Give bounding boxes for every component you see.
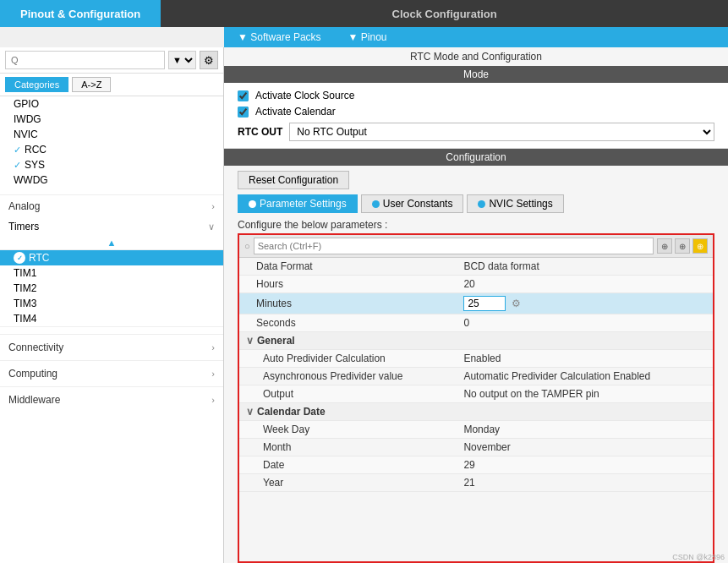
check-circle-rtc: ✓ bbox=[14, 252, 25, 264]
sidebar-item-tim2[interactable]: TIM2 bbox=[0, 281, 223, 296]
param-search-icon-2[interactable]: ⊕ bbox=[675, 238, 690, 254]
dot-user bbox=[372, 200, 380, 208]
param-value: 29 bbox=[457, 456, 713, 474]
configure-text: Configure the below parameters : bbox=[224, 216, 728, 233]
sidebar-group-middleware[interactable]: Middleware › bbox=[0, 386, 223, 413]
table-row: Auto Predivider Calculation Enabled bbox=[239, 350, 713, 368]
activate-calendar-label: Activate Calendar bbox=[255, 106, 336, 118]
minutes-input[interactable] bbox=[463, 296, 506, 311]
param-name: Seconds bbox=[239, 314, 457, 332]
sys-label: SYS bbox=[25, 159, 45, 171]
mode-section-header: Mode bbox=[224, 66, 728, 83]
param-value: 21 bbox=[457, 474, 713, 492]
sidebar-item-wwdg[interactable]: WWDG bbox=[0, 172, 223, 188]
tab-clock[interactable]: Clock Configuration bbox=[161, 0, 728, 27]
table-row: Asynchronous Predivider value Automatic … bbox=[239, 368, 713, 385]
sidebar-item-tim4[interactable]: TIM4 bbox=[0, 311, 223, 326]
table-row: Week Day Monday bbox=[239, 421, 713, 439]
param-name: Output bbox=[239, 385, 457, 403]
param-search-icon-1[interactable]: ⊕ bbox=[657, 238, 672, 254]
tab-nvic-settings[interactable]: NVIC Settings bbox=[467, 194, 563, 213]
table-row: Seconds 0 bbox=[239, 314, 713, 332]
param-value: November bbox=[457, 439, 713, 456]
sidebar-group-timers[interactable]: Timers ∨ ▲ ✓ RTC TIM1 bbox=[0, 217, 223, 327]
dot-param bbox=[249, 200, 256, 208]
table-row: Date 29 bbox=[239, 456, 713, 474]
up-arrow-icon: ▲ bbox=[107, 238, 117, 248]
param-name: Auto Predivider Calculation bbox=[239, 350, 457, 368]
sidebar-item-rcc[interactable]: ✓ RCC bbox=[0, 142, 223, 157]
param-value: 20 bbox=[457, 276, 713, 293]
check-icon-sys: ✓ bbox=[14, 160, 21, 171]
param-value: No output on the TAMPER pin bbox=[457, 385, 713, 403]
gear-icon-minutes[interactable]: ⚙ bbox=[509, 297, 523, 310]
sidebar-group-analog[interactable]: Analog › bbox=[0, 194, 223, 217]
gear-icon[interactable]: ⚙ bbox=[200, 51, 218, 69]
chevron-down-icon: ∨ bbox=[208, 221, 215, 232]
param-name: Date bbox=[239, 456, 457, 474]
param-value-editable[interactable]: ⚙ bbox=[457, 293, 713, 314]
reset-config-button[interactable]: Reset Configuration bbox=[238, 171, 349, 189]
wwdg-label: WWDG bbox=[14, 174, 48, 186]
sidebar-group-connectivity[interactable]: Connectivity › bbox=[0, 334, 223, 360]
param-name: Month bbox=[239, 439, 457, 456]
tab-pinout[interactable]: Pinout & Configuration bbox=[0, 0, 161, 27]
activate-clock-label: Activate Clock Source bbox=[255, 90, 354, 101]
watermark: CSDN @k2896 bbox=[672, 553, 725, 561]
table-row: Output No output on the TAMPER pin bbox=[239, 385, 713, 403]
iwdg-label: IWDG bbox=[14, 113, 41, 125]
activate-calendar-checkbox[interactable] bbox=[238, 107, 249, 118]
sidebar-group-computing[interactable]: Computing › bbox=[0, 360, 223, 386]
param-value: 0 bbox=[457, 314, 713, 332]
rtc-out-label: RTC OUT bbox=[238, 126, 282, 138]
activate-clock-checkbox[interactable] bbox=[238, 90, 249, 101]
param-name: Data Format bbox=[239, 258, 457, 276]
sidebar-item-gpio[interactable]: GPIO bbox=[0, 96, 223, 112]
sub-tab-software-packs[interactable]: ▼ Software Packs bbox=[224, 27, 335, 47]
param-name: Asynchronous Predivider value bbox=[239, 368, 457, 385]
section-general: ∨General bbox=[239, 332, 713, 350]
dot-nvic bbox=[478, 200, 485, 208]
chevron-right-icon-mid: › bbox=[211, 395, 215, 405]
sidebar-item-tim1[interactable]: TIM1 bbox=[0, 265, 223, 281]
sidebar-item-nvic[interactable]: NVIC bbox=[0, 127, 223, 142]
sub-tab-pinout[interactable]: ▼ Pinou bbox=[335, 27, 401, 47]
tab-parameter-settings[interactable]: Parameter Settings bbox=[238, 194, 358, 213]
section-calendar: ∨Calendar Date bbox=[239, 403, 713, 421]
table-row: Data Format BCD data format bbox=[239, 258, 713, 276]
tab-user-constants[interactable]: User Constants bbox=[361, 194, 464, 213]
nvic-label: NVIC bbox=[14, 128, 38, 140]
param-value: Automatic Predivider Calculation Enabled bbox=[457, 368, 713, 385]
search-circle-icon: ○ bbox=[244, 241, 250, 251]
param-value: Enabled bbox=[457, 350, 713, 368]
param-search-input[interactable] bbox=[254, 238, 654, 254]
chevron-right-icon-conn: › bbox=[211, 342, 215, 353]
content-title: RTC Mode and Configuration bbox=[224, 47, 728, 66]
table-row: Month November bbox=[239, 439, 713, 456]
param-value: BCD data format bbox=[457, 258, 713, 276]
rcc-label: RCC bbox=[25, 144, 47, 156]
param-name: Minutes bbox=[239, 293, 457, 314]
param-name: Year bbox=[239, 474, 457, 492]
sidebar-item-iwdg[interactable]: IWDG bbox=[0, 112, 223, 127]
sidebar-item-rtc[interactable]: ✓ RTC bbox=[0, 250, 223, 265]
config-section-header: Configuration bbox=[224, 149, 728, 166]
tab-categories[interactable]: Categories bbox=[5, 77, 68, 92]
table-row-section: ∨Calendar Date bbox=[239, 403, 713, 421]
param-name: Week Day bbox=[239, 421, 457, 439]
table-row-section: ∨General bbox=[239, 332, 713, 350]
param-value: Monday bbox=[457, 421, 713, 439]
param-search-icon-3[interactable]: ⊕ bbox=[692, 238, 708, 254]
tab-az[interactable]: A->Z bbox=[72, 77, 111, 92]
param-name: Hours bbox=[239, 276, 457, 293]
search-input[interactable] bbox=[5, 51, 165, 69]
table-row: Minutes ⚙ bbox=[239, 293, 713, 314]
sidebar-item-tim3[interactable]: TIM3 bbox=[0, 296, 223, 311]
sidebar-item-sys[interactable]: ✓ SYS bbox=[0, 157, 223, 172]
search-dropdown[interactable]: ▼ bbox=[168, 51, 196, 69]
table-row: Hours 20 bbox=[239, 276, 713, 293]
chevron-right-icon: › bbox=[211, 201, 215, 211]
check-icon-rcc: ✓ bbox=[14, 145, 21, 156]
rtc-out-select[interactable]: No RTC Output bbox=[289, 123, 714, 141]
chevron-right-icon-comp: › bbox=[211, 369, 215, 379]
